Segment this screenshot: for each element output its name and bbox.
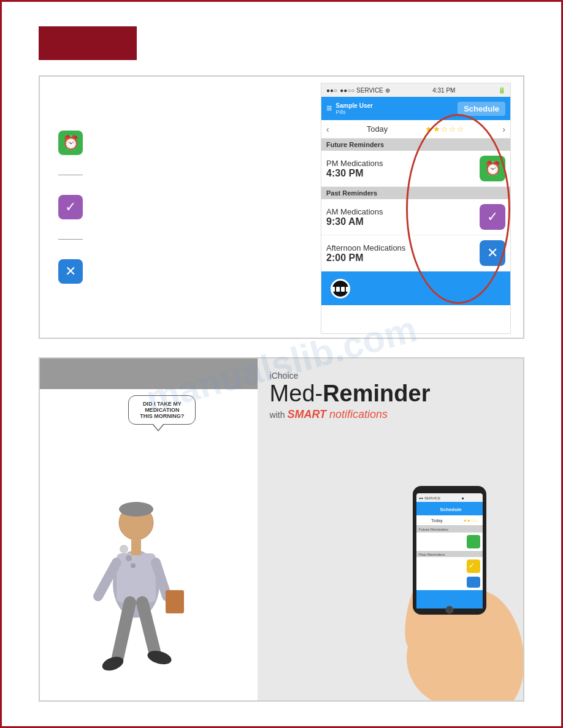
svg-text:●● SERVICE: ●● SERVICE xyxy=(419,496,440,500)
brand-med-label: Med- xyxy=(270,381,323,406)
wearable-row xyxy=(321,271,510,305)
afternoon-medications-row[interactable]: Afternoon Medications 2:00 PM ✕ xyxy=(321,235,510,271)
svg-point-1 xyxy=(119,502,153,517)
app-header-info: Sample User Pills xyxy=(335,102,373,115)
phone-in-hand-container: ●● SERVICE ■ Schedule Today ★★☆☆ Future … xyxy=(376,468,523,700)
pm-medications-name: PM Medications xyxy=(326,159,383,168)
battery-icon: 🔋 xyxy=(498,87,505,94)
brand-smart-line: with SMART notifications xyxy=(270,408,388,421)
brand-smart-label: SMART xyxy=(287,408,326,420)
svg-text:Past Reminders: Past Reminders xyxy=(419,553,445,556)
app-header: ≡ Sample User Pills Schedule xyxy=(321,97,510,120)
pm-medications-time: 4:30 PM xyxy=(326,168,383,179)
am-medications-name: AM Medications xyxy=(326,207,383,216)
legend-missed-icon: ✕ xyxy=(58,259,83,284)
person-illustration xyxy=(75,468,197,700)
afternoon-medications-icon[interactable]: ✕ xyxy=(480,240,505,266)
wearable-band-icon xyxy=(331,279,350,298)
time-display: 4:31 PM xyxy=(432,87,455,94)
red-header-bar xyxy=(39,26,137,60)
pm-medications-icon[interactable]: ⏰ xyxy=(480,156,505,181)
svg-text:Schedule: Schedule xyxy=(440,507,462,512)
battery-bar-2 xyxy=(336,287,340,292)
svg-rect-3 xyxy=(117,553,156,602)
svg-point-14 xyxy=(120,545,128,553)
rating-stars: ★★☆☆☆ xyxy=(425,124,465,134)
brand-med-reminder: Med-Reminder xyxy=(270,381,431,407)
today-label: Today xyxy=(367,124,388,134)
nav-row: ‹ Today ★★☆☆☆ › xyxy=(321,120,510,138)
pm-medications-text: PM Medications 4:30 PM xyxy=(326,159,383,179)
am-medications-icon[interactable]: ✓ xyxy=(480,204,505,230)
svg-text:■: ■ xyxy=(462,496,464,500)
speech-bubble: DID I TAKE MYMEDICATIONTHIS MORNING? xyxy=(128,395,196,425)
status-left: ●●○ ●●○○ SERVICE ⊕ xyxy=(326,87,390,94)
bottom-left-illustration: DID I TAKE MYMEDICATIONTHIS MORNING? xyxy=(40,358,258,700)
legend-completed-icon: ✓ xyxy=(58,195,83,219)
legend-area: ⏰ ✓ ✕ xyxy=(58,131,83,284)
status-right: 🔋 xyxy=(498,87,505,94)
brand-with-label: with xyxy=(270,410,288,420)
am-medications-row[interactable]: AM Medications 9:30 AM ✓ xyxy=(321,199,510,235)
afternoon-medications-name: Afternoon Medications xyxy=(326,243,405,252)
svg-line-8 xyxy=(118,602,130,658)
battery-bar-1 xyxy=(331,287,335,292)
gray-bar xyxy=(40,358,258,389)
service-label: ●●○○ SERVICE ⊕ xyxy=(340,87,389,94)
svg-point-41 xyxy=(446,606,453,613)
svg-rect-32 xyxy=(467,535,480,548)
svg-text:★★☆☆: ★★☆☆ xyxy=(463,518,478,523)
forward-chevron-icon[interactable]: › xyxy=(502,124,505,134)
svg-point-12 xyxy=(131,563,136,568)
legend-future-icon: ⏰ xyxy=(58,131,83,155)
svg-point-13 xyxy=(126,555,132,561)
schedule-button[interactable]: Schedule xyxy=(458,102,505,116)
am-medications-text: AM Medications 9:30 AM xyxy=(326,207,383,227)
app-subtitle: Pills xyxy=(335,109,373,115)
app-user-name: Sample User xyxy=(335,102,373,109)
legend-divider-2 xyxy=(58,239,83,240)
future-reminders-header: Future Reminders xyxy=(321,138,510,151)
top-panel: ⏰ ✓ ✕ ●●○ ●●○○ SERVICE ⊕ 4:31 PM 🔋 ≡ Sam… xyxy=(39,75,524,339)
svg-text:Future Reminders: Future Reminders xyxy=(419,528,448,531)
svg-line-9 xyxy=(142,602,155,651)
legend-divider-1 xyxy=(58,175,83,175)
bottom-right-brand: iChoice Med-Reminder with SMART notifica… xyxy=(258,358,523,700)
pm-medications-row[interactable]: PM Medications 4:30 PM ⏰ xyxy=(321,151,510,187)
hamburger-menu-icon[interactable]: ≡ xyxy=(326,103,332,114)
past-reminders-header: Past Reminders xyxy=(321,187,510,199)
battery-indicator xyxy=(331,287,350,292)
afternoon-medications-time: 2:00 PM xyxy=(326,252,405,264)
brand-ichoice: iChoice xyxy=(270,371,299,381)
svg-rect-39 xyxy=(467,577,480,588)
brand-reminder-label: Reminder xyxy=(323,381,430,406)
bottom-panel: DID I TAKE MYMEDICATIONTHIS MORNING? xyxy=(39,357,524,702)
svg-rect-7 xyxy=(131,538,141,555)
signal-dots: ●●○ xyxy=(326,87,337,94)
battery-bar-3 xyxy=(341,287,345,292)
status-bar: ●●○ ●●○○ SERVICE ⊕ 4:31 PM 🔋 xyxy=(321,83,510,97)
battery-bar-4 xyxy=(346,287,350,292)
brand-notifications-label: notifications xyxy=(326,408,388,420)
am-medications-time: 9:30 AM xyxy=(326,216,383,227)
back-chevron-icon[interactable]: ‹ xyxy=(326,124,329,134)
svg-text:✓: ✓ xyxy=(469,561,475,570)
svg-rect-6 xyxy=(166,590,184,613)
svg-text:Today: Today xyxy=(431,518,443,523)
afternoon-medications-text: Afternoon Medications 2:00 PM xyxy=(326,243,405,264)
phone-mockup: ●●○ ●●○○ SERVICE ⊕ 4:31 PM 🔋 ≡ Sample Us… xyxy=(321,83,511,334)
